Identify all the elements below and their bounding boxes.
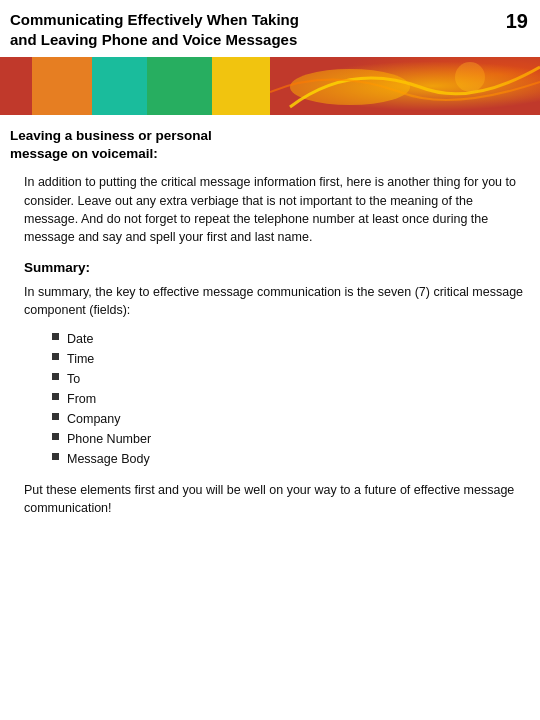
page-title: Communicating Effectively When Taking an… (10, 10, 299, 49)
bullet-square-icon (52, 353, 59, 360)
summary-heading: Summary: (24, 260, 524, 275)
body-paragraph: In addition to putting the critical mess… (24, 173, 524, 246)
banner-image (0, 57, 540, 115)
list-item: From (52, 389, 524, 409)
page-number: 19 (498, 10, 528, 33)
banner-left (0, 57, 270, 115)
banner-decoration (270, 57, 540, 115)
list-item-label: Time (67, 349, 94, 369)
list-item-label: Message Body (67, 449, 150, 469)
summary-body: In summary, the key to effective message… (24, 283, 524, 319)
title-line1: Communicating Effectively When Taking (10, 11, 299, 28)
bullet-list: DateTimeToFromCompanyPhone NumberMessage… (52, 329, 524, 469)
list-item: To (52, 369, 524, 389)
list-item: Message Body (52, 449, 524, 469)
list-item: Phone Number (52, 429, 524, 449)
list-item-label: Date (67, 329, 93, 349)
heading-line2: message on voicemail: (10, 146, 158, 161)
title-line2: and Leaving Phone and Voice Messages (10, 31, 297, 48)
list-item-label: Company (67, 409, 121, 429)
heading-line1: Leaving a business or personal (10, 128, 212, 143)
banner-right (270, 57, 540, 115)
list-item-label: To (67, 369, 80, 389)
page-header: Communicating Effectively When Taking an… (0, 0, 540, 57)
banner-yellow (212, 57, 270, 115)
list-item: Date (52, 329, 524, 349)
bullet-square-icon (52, 433, 59, 440)
banner-green (147, 57, 212, 115)
bullet-square-icon (52, 333, 59, 340)
list-item: Company (52, 409, 524, 429)
closing-text: Put these elements first and you will be… (24, 481, 524, 517)
list-item-label: From (67, 389, 96, 409)
main-content: Leaving a business or personal message o… (0, 115, 540, 527)
bullet-square-icon (52, 413, 59, 420)
list-item-label: Phone Number (67, 429, 151, 449)
banner-orange (32, 57, 92, 115)
bullet-square-icon (52, 393, 59, 400)
banner-cyan (92, 57, 147, 115)
bullet-square-icon (52, 453, 59, 460)
banner-red (0, 57, 32, 115)
list-item: Time (52, 349, 524, 369)
section-heading: Leaving a business or personal message o… (10, 127, 524, 163)
bullet-square-icon (52, 373, 59, 380)
